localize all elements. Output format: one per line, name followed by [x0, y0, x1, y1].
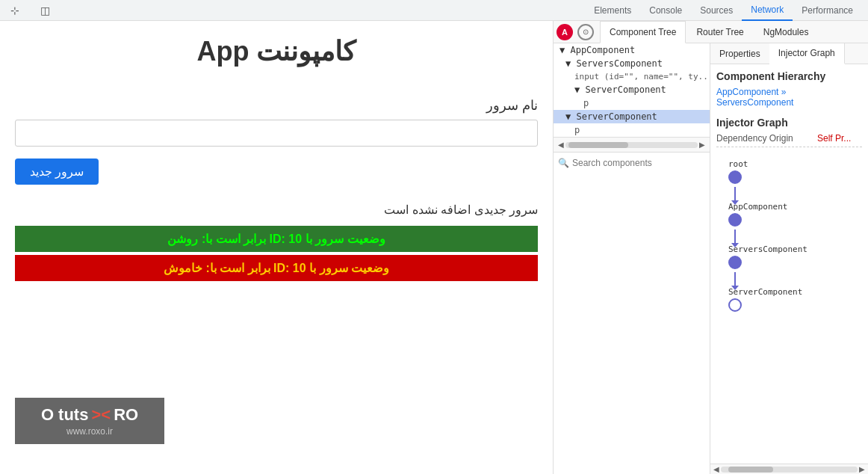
horiz-scroll-area: ◀ ▶ — [710, 464, 868, 474]
tab-console[interactable]: Console — [640, 0, 691, 21]
tab-network[interactable]: Network — [742, 0, 793, 21]
scrollbar-track[interactable] — [565, 142, 698, 148]
scrollbar-thumb[interactable] — [568, 142, 628, 148]
comp-hierarchy-path: AppComponent » ServersComponent — [716, 87, 862, 108]
properties-tabs: Properties Injector Graph — [710, 43, 868, 64]
browser-toolbar: ⊹ ◫ Elements Console Sources Network Per… — [0, 0, 868, 21]
graph-circle-servercomponent[interactable] — [728, 298, 742, 312]
graph-label-root: root — [728, 159, 748, 169]
tree-node-p-1[interactable]: p — [554, 96, 710, 110]
tab-injector-graph[interactable]: Injector Graph — [769, 43, 845, 64]
angular-tabs-row: A ⊙ Component Tree Router Tree NgModules — [554, 21, 868, 43]
search-icon: 🔍 — [558, 158, 569, 168]
graph-area: root AppComponent — [716, 153, 862, 321]
main-area: کامپوننت App نام سرور سرور جدید سرور جدی… — [0, 21, 868, 474]
tree-node-serverscomponent[interactable]: ▼ ServersComponent — [554, 57, 710, 70]
tree-scrollbar-area: ◀ ▶ — [554, 137, 710, 152]
tab-sources[interactable]: Sources — [691, 0, 742, 21]
tab-properties[interactable]: Properties — [710, 43, 769, 64]
graph-item-serverscomponent: ServersComponent — [725, 244, 853, 269]
injector-graph-section-title: Injector Graph — [716, 117, 862, 129]
devtools-body: ▼ AppComponent ▼ ServersComponent input … — [554, 43, 868, 474]
graph-item-appcomponent: AppComponent — [725, 202, 853, 227]
logo-icon: >< — [91, 405, 111, 425]
app-title: کامپوننت App — [15, 36, 538, 67]
search-area: 🔍 — [554, 152, 710, 173]
tab-ngmodules[interactable]: NgModules — [754, 21, 818, 43]
tab-router-tree[interactable]: Router Tree — [687, 21, 752, 43]
graph-label-servercomponent: ServerComponent — [728, 287, 802, 297]
properties-panel-wrapper: Properties Injector Graph Component Hier… — [710, 43, 868, 474]
col-self-pr: Self Pr... — [817, 133, 862, 144]
search-input[interactable] — [572, 158, 705, 168]
tree-node-p-2[interactable]: p — [554, 123, 710, 137]
injector-columns-header: Dependency Origin Self Pr... — [716, 133, 862, 147]
cursor-icon[interactable]: ⊹ — [6, 1, 24, 19]
angular-logo-icon: A — [557, 24, 573, 40]
tree-node-servercomponent-2[interactable]: ▼ ServerComponent — [554, 110, 710, 123]
tab-performance[interactable]: Performance — [793, 0, 862, 21]
logo-area: RO >< O tuts www.roxo.ir — [15, 398, 164, 444]
graph-connector-0 — [734, 187, 736, 202]
graph-circle-serverscomponent[interactable] — [728, 256, 742, 269]
scroll-right-arrow[interactable]: ▶ — [698, 141, 707, 149]
injector-graph-content: Component Hierarchy AppComponent » Serve… — [710, 64, 868, 327]
graph-connector-1 — [734, 230, 736, 244]
horiz-scroll-thumb[interactable] — [728, 467, 773, 473]
graph-item-root: root — [725, 159, 853, 184]
horiz-scroll-left[interactable]: ◀ — [712, 465, 721, 473]
tab-component-tree[interactable]: Component Tree — [600, 21, 686, 43]
devtools-panel: A ⊙ Component Tree Router Tree NgModules… — [553, 21, 868, 474]
col-dep-origin: Dependency Origin — [716, 133, 817, 144]
logo-url: www.roxo.ir — [66, 426, 113, 437]
inspect-icon[interactable]: ◫ — [36, 1, 54, 19]
graph-label-serverscomponent: ServersComponent — [728, 244, 807, 254]
graph-circle-appcomponent[interactable] — [728, 213, 742, 227]
add-server-button[interactable]: سرور جدید — [15, 158, 99, 185]
tree-node-input[interactable]: input (id="", name="", ty... — [554, 70, 710, 83]
graph-item-servercomponent: ServerComponent — [725, 287, 853, 312]
tree-node-appcomponent[interactable]: ▼ AppComponent — [554, 43, 710, 57]
component-tree-panel: ▼ AppComponent ▼ ServersComponent input … — [554, 43, 710, 137]
graph-connector-2 — [734, 272, 736, 287]
horiz-scroll-right[interactable]: ▶ — [858, 465, 867, 473]
server-name-label: نام سرور — [15, 97, 538, 114]
scroll-left-arrow[interactable]: ◀ — [557, 141, 565, 149]
no-server-message: سرور جدیدی اضافه نشده است — [15, 197, 538, 217]
comp-hierarchy-title: Component Hierarchy — [716, 70, 862, 82]
server-name-input[interactable] — [15, 120, 538, 147]
graph-circle-root[interactable] — [728, 170, 742, 184]
properties-panel: Component Hierarchy AppComponent » Serve… — [710, 64, 868, 464]
tree-panel-wrapper: ▼ AppComponent ▼ ServersComponent input … — [554, 43, 710, 474]
status-red-bar: وضعیت سرور با ID: 10 برابر است با: خاموش — [15, 255, 538, 281]
status-green-bar: وضعیت سرور با ID: 10 برابر است با: روشن — [15, 226, 538, 252]
tree-node-servercomponent-1[interactable]: ▼ ServerComponent — [554, 83, 710, 96]
logo-text-2: O tuts — [41, 405, 89, 425]
tab-elements[interactable]: Elements — [585, 0, 640, 21]
logo-text: RO — [114, 405, 138, 425]
logo-top: RO >< O tuts — [41, 405, 138, 425]
record-icon[interactable]: ⊙ — [577, 24, 594, 40]
horiz-scroll-track[interactable] — [721, 467, 858, 473]
app-panel: کامپوننت App نام سرور سرور جدید سرور جدی… — [0, 21, 553, 474]
